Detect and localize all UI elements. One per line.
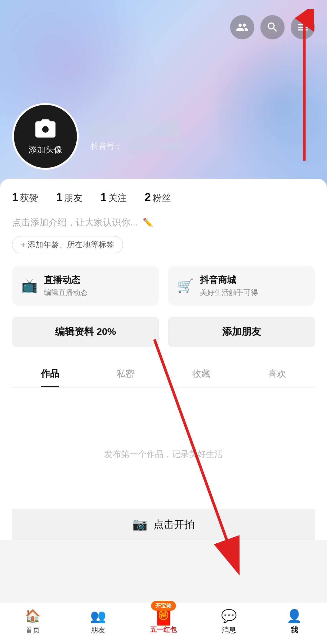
main-card: 1 获赞 1 朋友 1 关注 2 粉丝 点击添加介绍，让大家认识你... ✏️ … <box>0 179 327 540</box>
stat-num-fensi: 2 <box>145 191 151 204</box>
stat-num-guanzhu: 1 <box>101 191 107 204</box>
shoot-bar[interactable]: 📷 点击开拍 <box>12 509 315 540</box>
profile-info: 抖音号： <box>91 122 186 152</box>
feature-live[interactable]: 📺 直播动态 编辑直播动态 <box>12 265 159 306</box>
messages-icon: 💬 <box>221 609 237 623</box>
feature-live-text: 直播动态 编辑直播动态 <box>44 274 88 297</box>
nav-messages-label: 消息 <box>222 625 236 635</box>
tab-collection[interactable]: 收藏 <box>164 359 239 387</box>
tag-button[interactable]: + 添加年龄、所在地等标签 <box>12 236 123 253</box>
shop-icon: 🛒 <box>177 278 194 294</box>
friends-nav-icon: 👥 <box>90 609 106 623</box>
home-icon: 🏠 <box>25 609 41 623</box>
nav-home[interactable]: 🏠 首页 <box>0 609 65 635</box>
festival-badge: 开宝箱 <box>151 601 176 611</box>
feature-live-sub: 编辑直播动态 <box>44 288 88 297</box>
tab-private[interactable]: 私密 <box>88 359 164 387</box>
nav-home-label: 首页 <box>25 625 40 635</box>
stat-huozan[interactable]: 1 获赞 <box>12 191 38 204</box>
friends-icon-btn[interactable] <box>230 15 254 39</box>
profile-id-row: 抖音号： <box>91 141 186 152</box>
profile-name-blurred <box>91 122 182 137</box>
action-row: 编辑资料 20% 添加朋友 <box>12 317 315 347</box>
stat-label-pengyou: 朋友 <box>64 192 82 204</box>
stat-label-huozan: 获赞 <box>20 192 38 204</box>
avatar-button[interactable]: 添加头像 <box>12 103 79 170</box>
hero-section: 添加头像 抖音号： <box>0 0 327 188</box>
search-icon <box>266 21 279 34</box>
camera-icon <box>33 117 58 142</box>
feature-shop-title: 抖音商城 <box>200 274 258 286</box>
avatar-label: 添加头像 <box>28 144 62 155</box>
stat-fensi[interactable]: 2 粉丝 <box>145 191 171 204</box>
hero-bg-blob2 <box>206 30 327 182</box>
nav-messages[interactable]: 💬 消息 <box>196 609 262 635</box>
me-icon: 👤 <box>286 609 302 623</box>
profile-area: 添加头像 抖音号： <box>12 103 186 170</box>
add-friend-button[interactable]: 添加朋友 <box>168 317 315 347</box>
stat-guanzhu[interactable]: 1 关注 <box>101 191 127 204</box>
nav-friends-label: 朋友 <box>91 625 105 635</box>
content-area: 发布第一个作品，记录美好生活 <box>12 388 315 509</box>
feature-live-title: 直播动态 <box>44 274 88 286</box>
friends-icon <box>236 21 249 34</box>
nav-festival[interactable]: 开宝箱 🧧 五一红包 <box>131 609 196 634</box>
profile-id-label: 抖音号： <box>91 141 122 152</box>
bottom-nav: 🏠 首页 👥 朋友 开宝箱 🧧 五一红包 💬 消息 👤 我 <box>0 602 327 644</box>
shoot-camera-icon: 📷 <box>132 517 147 532</box>
stat-num-huozan: 1 <box>12 191 18 204</box>
search-icon-btn[interactable] <box>260 15 285 39</box>
nav-friends[interactable]: 👥 朋友 <box>65 609 131 635</box>
nav-me[interactable]: 👤 我 <box>262 609 327 635</box>
stat-num-pengyou: 1 <box>56 191 62 204</box>
profile-id-blurred <box>125 141 186 151</box>
stat-label-guanzhu: 关注 <box>108 192 127 204</box>
bio-placeholder: 点击添加介绍，让大家认识你... <box>12 216 138 229</box>
tab-likes[interactable]: 喜欢 <box>239 359 315 387</box>
empty-text: 发布第一个作品，记录美好生活 <box>104 449 223 460</box>
shoot-bar-text: 点击开拍 <box>154 518 195 532</box>
festival-icon-container: 🧧 五一红包 <box>150 609 177 634</box>
feature-shop-sub: 美好生活触手可得 <box>200 288 258 297</box>
stat-label-fensi: 粉丝 <box>153 192 171 204</box>
stats-row: 1 获赞 1 朋友 1 关注 2 粉丝 <box>12 191 315 204</box>
festival-label: 五一红包 <box>150 625 177 634</box>
stat-pengyou[interactable]: 1 朋友 <box>56 191 82 204</box>
bio-row[interactable]: 点击添加介绍，让大家认识你... ✏️ <box>12 216 315 229</box>
nav-me-label: 我 <box>291 625 298 635</box>
tab-works[interactable]: 作品 <box>12 359 88 387</box>
bio-edit-icon[interactable]: ✏️ <box>143 218 153 228</box>
feature-row: 📺 直播动态 编辑直播动态 🛒 抖音商城 美好生活触手可得 <box>12 265 315 306</box>
feature-shop[interactable]: 🛒 抖音商城 美好生活触手可得 <box>168 265 315 306</box>
menu-icon-btn[interactable] <box>291 15 315 39</box>
menu-icon <box>296 21 309 34</box>
live-icon: 📺 <box>21 278 38 294</box>
edit-profile-button[interactable]: 编辑资料 20% <box>12 317 159 347</box>
tabs-row: 作品 私密 收藏 喜欢 <box>12 359 315 388</box>
feature-shop-text: 抖音商城 美好生活触手可得 <box>200 274 258 297</box>
top-icons-bar <box>230 15 315 39</box>
